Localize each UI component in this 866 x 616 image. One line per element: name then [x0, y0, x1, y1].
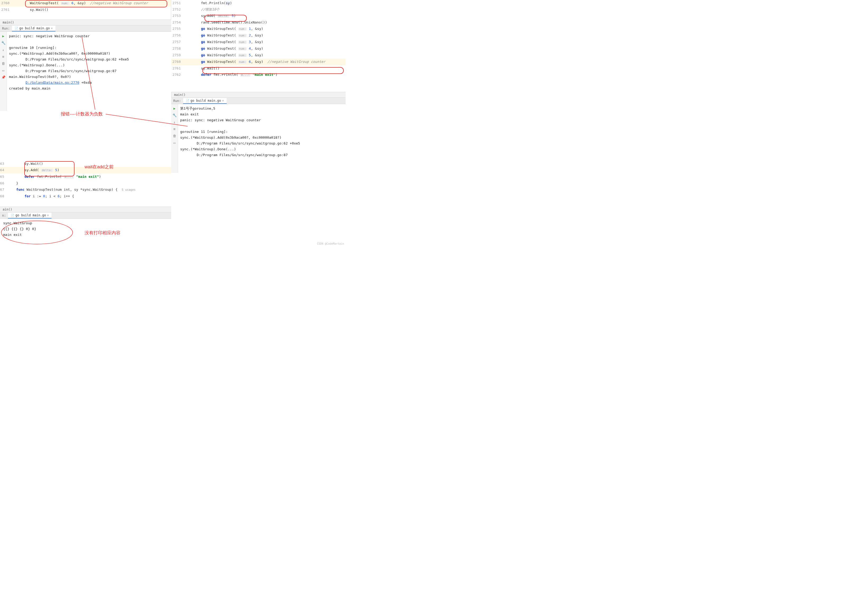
run-tab-label: go build main.go [190, 99, 221, 102]
overflow-icon[interactable]: ▭ [1, 68, 6, 72]
play-icon[interactable]: ▶ [1, 34, 6, 38]
breadcrumb-left[interactable]: main() [0, 20, 171, 25]
line-number: 2753 [171, 13, 184, 19]
breadcrumb-bottom[interactable]: ain() [0, 207, 171, 212]
output-line: D:/Program Files/Go/src/sync/waitgroup.g… [9, 57, 169, 62]
file-icon [11, 214, 14, 217]
code-editor-right[interactable]: 2751 fmt.Println(sy)2752 //增加10个2753 sy.… [171, 0, 346, 78]
wrench-icon[interactable]: 🔧 [173, 113, 177, 117]
annotation-text-2: wait在add之前 [85, 164, 113, 170]
run-tab[interactable]: go build main.go × [8, 213, 52, 218]
line-number: 2755 [171, 26, 184, 32]
code-line[interactable]: 2762 defer fmt.Println( a...: "main exit… [171, 72, 346, 78]
wrench-icon[interactable]: 🔧 [1, 41, 6, 45]
run-toolbar: ▶ 🔧 ↓ ≡ 🗑 ▭ 📌 [0, 32, 7, 111]
code-line[interactable] [0, 13, 171, 19]
annotation-text-1: 报错----计数器为负数 [61, 111, 103, 117]
run-header-left: Run: go build main.go × [0, 25, 171, 32]
stacktrace-link[interactable]: D:/GolandData/main.go:2770 [26, 80, 80, 85]
line-number: 2757 [171, 39, 184, 45]
line-number: 2758 [171, 46, 184, 52]
output-line: main.WaitGroupTest(0x0?, 0x0?) [9, 74, 169, 80]
output-line: sync.(*WaitGroup).Add(0x3b9aca00?, 0xc00… [180, 135, 343, 140]
run-label: n: [0, 214, 8, 217]
code-line[interactable]: 2761 sy.Wait() [0, 6, 171, 13]
breadcrumb-right[interactable]: main() [171, 92, 346, 98]
file-icon [14, 27, 18, 30]
line-number: 66 [0, 181, 8, 186]
code-line[interactable]: 2755 go WaitGroupTest( num: 1, &sy) [171, 26, 346, 32]
file-icon [186, 99, 189, 102]
output-line: goroutine 11 [running]: [180, 129, 343, 135]
output-line: sync.(*WaitGroup).Add(0x3b9aca00?, 0xc00… [9, 51, 169, 57]
run-output-right[interactable]: 第1号子goroutine,5main exitpanic: sync: neg… [178, 104, 346, 173]
code-line[interactable]: 2761 sy.Wait() [171, 65, 346, 72]
run-tab[interactable]: go build main.go × [12, 26, 55, 31]
output-line [180, 123, 343, 129]
play-icon[interactable]: ▶ [173, 106, 177, 110]
code-line[interactable]: 2753 sy.Add( delta: 5) [171, 13, 346, 19]
code-line[interactable]: 2756 go WaitGroupTest( num: 2, &sy) [171, 32, 346, 39]
output-line: D:/GolandData/main.go:2770 +0xda [9, 80, 169, 86]
code-line[interactable]: 2758 go WaitGroupTest( num: 4, &sy) [171, 46, 346, 52]
run-tab[interactable]: go build main.go × [183, 98, 227, 104]
annotation-text-3: 没有打印相应内容 [85, 230, 121, 236]
code-line[interactable]: 2754 rand.Seed(time.Now().UnixNano()) [171, 19, 346, 26]
code-line[interactable]: 67 func WaitGroupTest(num int, sy *sync.… [0, 187, 171, 193]
run-toolbar-right: ▶ 🔧 ↓ ≡ 🗑 ▭ [171, 104, 178, 173]
output-line: sync.(*WaitGroup).Done(...) [180, 146, 343, 152]
output-line: goroutine 10 [running]: [9, 45, 169, 51]
code-line[interactable]: 2760 go WaitGroupTest( num: 6, &sy) //ne… [171, 59, 346, 65]
line-number: 68 [0, 193, 8, 199]
layout-icon[interactable]: ≡ [1, 54, 6, 59]
output-line: D:/Program Files/Go/src/sync/waitgroup.g… [9, 68, 169, 74]
run-output-left[interactable]: panic: sync: negative WaitGroup counter … [7, 32, 171, 111]
code-line[interactable]: 66 } [0, 180, 171, 187]
close-icon[interactable]: × [222, 99, 224, 102]
run-label: Run: [171, 99, 183, 103]
run-tab-label: go build main.go [15, 214, 46, 217]
layout-icon[interactable]: ≡ [173, 127, 177, 131]
code-line[interactable]: 2751 fmt.Println(sy) [171, 0, 346, 6]
line-number: 2761 [0, 7, 13, 13]
pin-icon[interactable]: 📌 [1, 75, 6, 79]
run-header-bottom: n: go build main.go × [0, 212, 171, 219]
line-number: 2754 [171, 20, 184, 25]
trash-icon[interactable]: 🗑 [1, 61, 6, 66]
overflow-icon[interactable]: ▭ [173, 140, 177, 145]
line-number: 2759 [171, 52, 184, 58]
down-icon[interactable]: ↓ [1, 47, 6, 52]
line-number: 2751 [171, 0, 184, 6]
output-line [9, 39, 169, 45]
line-number: 2756 [171, 33, 184, 38]
line-number: 2761 [171, 66, 184, 71]
line-number: 63 [0, 161, 8, 167]
output-line: D:/Program Files/Go/src/sync/waitgroup.g… [180, 140, 343, 146]
close-icon[interactable]: × [51, 27, 53, 30]
line-number: 2762 [171, 72, 184, 78]
output-line: 第1号子goroutine,5 [180, 106, 343, 112]
code-line[interactable]: 2752 //增加10个 [171, 6, 346, 13]
run-label: Run: [0, 27, 12, 30]
run-output-bottom[interactable]: sync.WaitGroup{{} {{} {} 0} 0}main exit [0, 219, 171, 239]
output-line: panic: sync: negative WaitGroup counter [9, 33, 169, 39]
watermark: CSDN @CodeMartain [317, 242, 344, 245]
output-line: sync.WaitGroup [3, 220, 169, 226]
line-number: 2760 [0, 0, 13, 6]
code-line[interactable]: 68 for i := 0; i < 6; i++ { [0, 193, 171, 200]
close-icon[interactable]: × [47, 214, 49, 217]
trash-icon[interactable]: 🗑 [173, 134, 177, 138]
run-tab-label: go build main.go [19, 27, 50, 30]
code-line[interactable]: 65 defer fmt.Println( a...: "main exit") [0, 174, 171, 180]
down-icon[interactable]: ↓ [173, 120, 177, 124]
code-line[interactable]: 2759 go WaitGroupTest( num: 5, &sy) [171, 52, 346, 59]
output-line: panic: sync: negative WaitGroup counter [180, 117, 343, 123]
line-number: 2760 [171, 59, 184, 65]
output-line: main exit [180, 112, 343, 117]
line-number: 65 [0, 174, 8, 180]
line-number: 64 [0, 167, 8, 173]
code-line[interactable]: 2757 go WaitGroupTest( num: 3, &sy) [171, 39, 346, 46]
run-header-right: Run: go build main.go × [171, 98, 346, 104]
code-editor-top-left[interactable]: 2760 WaitGroupTest( num: 6, &sy) //negat… [0, 0, 171, 20]
code-line[interactable]: 2760 WaitGroupTest( num: 6, &sy) //negat… [0, 0, 171, 6]
